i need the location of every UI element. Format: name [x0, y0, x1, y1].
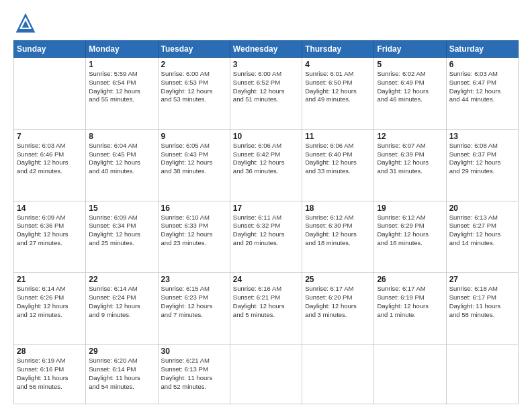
day-info: Sunrise: 6:03 AMSunset: 6:46 PMDaylight:…: [17, 142, 83, 176]
calendar-cell: 13Sunrise: 6:08 AMSunset: 6:37 PMDayligh…: [446, 129, 518, 201]
day-number: 30: [161, 347, 227, 356]
day-number: 18: [305, 203, 371, 213]
calendar-cell: 24Sunrise: 6:16 AMSunset: 6:21 PMDayligh…: [230, 273, 302, 345]
day-info: Sunrise: 6:00 AMSunset: 6:52 PMDaylight:…: [233, 70, 299, 104]
day-info: Sunrise: 6:16 AMSunset: 6:21 PMDaylight:…: [233, 285, 299, 319]
day-info: Sunrise: 6:09 AMSunset: 6:34 PMDaylight:…: [89, 214, 154, 248]
day-number: 25: [305, 275, 371, 284]
day-number: 17: [233, 203, 299, 213]
day-number: 4: [305, 60, 371, 69]
day-number: 11: [305, 132, 371, 141]
day-number: 19: [377, 203, 443, 213]
logo-icon: [13, 11, 38, 35]
calendar-cell: 2Sunrise: 6:00 AMSunset: 6:53 PMDaylight…: [158, 58, 230, 130]
day-number: 16: [161, 203, 227, 213]
calendar-cell: [302, 345, 374, 404]
calendar-cell: 20Sunrise: 6:13 AMSunset: 6:27 PMDayligh…: [446, 201, 518, 273]
calendar-body: 1Sunrise: 5:59 AMSunset: 6:54 PMDaylight…: [14, 58, 519, 404]
day-info: Sunrise: 6:06 AMSunset: 6:42 PMDaylight:…: [233, 142, 299, 176]
weekday-thursday: Thursday: [302, 41, 374, 58]
day-number: 6: [449, 60, 515, 69]
day-info: Sunrise: 6:05 AMSunset: 6:43 PMDaylight:…: [161, 142, 227, 176]
weekday-saturday: Saturday: [446, 41, 518, 58]
calendar-cell: 15Sunrise: 6:09 AMSunset: 6:34 PMDayligh…: [86, 201, 158, 273]
weekday-header-row: SundayMondayTuesdayWednesdayThursdayFrid…: [14, 41, 519, 58]
day-info: Sunrise: 6:03 AMSunset: 6:47 PMDaylight:…: [449, 70, 515, 104]
calendar-cell: 30Sunrise: 6:21 AMSunset: 6:13 PMDayligh…: [158, 345, 230, 404]
calendar-cell: 14Sunrise: 6:09 AMSunset: 6:36 PMDayligh…: [14, 201, 86, 273]
day-number: 13: [449, 132, 515, 141]
day-number: 22: [89, 275, 154, 284]
calendar-cell: 27Sunrise: 6:18 AMSunset: 6:17 PMDayligh…: [446, 273, 518, 345]
day-number: 29: [89, 347, 154, 356]
day-number: 14: [17, 203, 83, 213]
calendar-cell: 29Sunrise: 6:20 AMSunset: 6:14 PMDayligh…: [86, 345, 158, 404]
calendar-cell: 10Sunrise: 6:06 AMSunset: 6:42 PMDayligh…: [230, 129, 302, 201]
weekday-sunday: Sunday: [14, 41, 86, 58]
day-number: 24: [233, 275, 299, 284]
day-info: Sunrise: 6:15 AMSunset: 6:23 PMDaylight:…: [161, 285, 227, 319]
calendar-cell: 1Sunrise: 5:59 AMSunset: 6:54 PMDaylight…: [86, 58, 158, 130]
week-row-1: 7Sunrise: 6:03 AMSunset: 6:46 PMDaylight…: [14, 129, 519, 201]
day-info: Sunrise: 6:01 AMSunset: 6:50 PMDaylight:…: [305, 70, 371, 104]
calendar-cell: 3Sunrise: 6:00 AMSunset: 6:52 PMDaylight…: [230, 58, 302, 130]
day-info: Sunrise: 6:14 AMSunset: 6:26 PMDaylight:…: [17, 285, 83, 319]
calendar-cell: [374, 345, 446, 404]
calendar-cell: 11Sunrise: 6:06 AMSunset: 6:40 PMDayligh…: [302, 129, 374, 201]
day-info: Sunrise: 6:12 AMSunset: 6:30 PMDaylight:…: [305, 214, 371, 248]
page: SundayMondayTuesdayWednesdayThursdayFrid…: [0, 0, 532, 411]
day-info: Sunrise: 6:13 AMSunset: 6:27 PMDaylight:…: [449, 214, 515, 248]
calendar-cell: 6Sunrise: 6:03 AMSunset: 6:47 PMDaylight…: [446, 58, 518, 130]
day-info: Sunrise: 6:00 AMSunset: 6:53 PMDaylight:…: [161, 70, 227, 104]
day-info: Sunrise: 6:14 AMSunset: 6:24 PMDaylight:…: [89, 285, 154, 319]
calendar-cell: 23Sunrise: 6:15 AMSunset: 6:23 PMDayligh…: [158, 273, 230, 345]
day-number: 1: [89, 60, 154, 69]
day-info: Sunrise: 5:59 AMSunset: 6:54 PMDaylight:…: [89, 70, 154, 104]
calendar-cell: [230, 345, 302, 404]
calendar-cell: 7Sunrise: 6:03 AMSunset: 6:46 PMDaylight…: [14, 129, 86, 201]
day-info: Sunrise: 6:09 AMSunset: 6:36 PMDaylight:…: [17, 214, 83, 248]
day-info: Sunrise: 6:08 AMSunset: 6:37 PMDaylight:…: [449, 142, 515, 176]
day-info: Sunrise: 6:07 AMSunset: 6:39 PMDaylight:…: [377, 142, 443, 176]
calendar-cell: 17Sunrise: 6:11 AMSunset: 6:32 PMDayligh…: [230, 201, 302, 273]
day-number: 5: [377, 60, 443, 69]
day-info: Sunrise: 6:10 AMSunset: 6:33 PMDaylight:…: [161, 214, 227, 248]
week-row-0: 1Sunrise: 5:59 AMSunset: 6:54 PMDaylight…: [14, 58, 519, 130]
day-info: Sunrise: 6:02 AMSunset: 6:49 PMDaylight:…: [377, 70, 443, 104]
day-number: 2: [161, 60, 227, 69]
day-info: Sunrise: 6:21 AMSunset: 6:13 PMDaylight:…: [161, 357, 227, 391]
calendar-cell: 5Sunrise: 6:02 AMSunset: 6:49 PMDaylight…: [374, 58, 446, 130]
day-number: 3: [233, 60, 299, 69]
calendar-cell: 9Sunrise: 6:05 AMSunset: 6:43 PMDaylight…: [158, 129, 230, 201]
day-info: Sunrise: 6:19 AMSunset: 6:16 PMDaylight:…: [17, 357, 83, 391]
day-number: 8: [89, 132, 154, 141]
calendar-cell: 8Sunrise: 6:04 AMSunset: 6:45 PMDaylight…: [86, 129, 158, 201]
day-info: Sunrise: 6:20 AMSunset: 6:14 PMDaylight:…: [89, 357, 154, 391]
week-row-4: 28Sunrise: 6:19 AMSunset: 6:16 PMDayligh…: [14, 345, 519, 404]
week-row-2: 14Sunrise: 6:09 AMSunset: 6:36 PMDayligh…: [14, 201, 519, 273]
week-row-3: 21Sunrise: 6:14 AMSunset: 6:26 PMDayligh…: [14, 273, 519, 345]
weekday-tuesday: Tuesday: [158, 41, 230, 58]
day-number: 9: [161, 132, 227, 141]
day-number: 12: [377, 132, 443, 141]
calendar-cell: [14, 58, 86, 130]
header: [13, 11, 519, 35]
calendar-cell: 25Sunrise: 6:17 AMSunset: 6:20 PMDayligh…: [302, 273, 374, 345]
day-number: 20: [449, 203, 515, 213]
day-number: 27: [449, 275, 515, 284]
day-info: Sunrise: 6:06 AMSunset: 6:40 PMDaylight:…: [305, 142, 371, 176]
logo: [13, 11, 40, 35]
calendar-header: SundayMondayTuesdayWednesdayThursdayFrid…: [14, 41, 519, 58]
day-number: 21: [17, 275, 83, 284]
calendar-cell: 26Sunrise: 6:17 AMSunset: 6:19 PMDayligh…: [374, 273, 446, 345]
weekday-friday: Friday: [374, 41, 446, 58]
calendar-cell: 16Sunrise: 6:10 AMSunset: 6:33 PMDayligh…: [158, 201, 230, 273]
calendar-cell: 21Sunrise: 6:14 AMSunset: 6:26 PMDayligh…: [14, 273, 86, 345]
day-number: 7: [17, 132, 83, 141]
day-info: Sunrise: 6:18 AMSunset: 6:17 PMDaylight:…: [449, 285, 515, 319]
weekday-monday: Monday: [86, 41, 158, 58]
day-info: Sunrise: 6:11 AMSunset: 6:32 PMDaylight:…: [233, 214, 299, 248]
calendar-cell: 4Sunrise: 6:01 AMSunset: 6:50 PMDaylight…: [302, 58, 374, 130]
calendar-cell: 28Sunrise: 6:19 AMSunset: 6:16 PMDayligh…: [14, 345, 86, 404]
calendar-cell: [446, 345, 518, 404]
